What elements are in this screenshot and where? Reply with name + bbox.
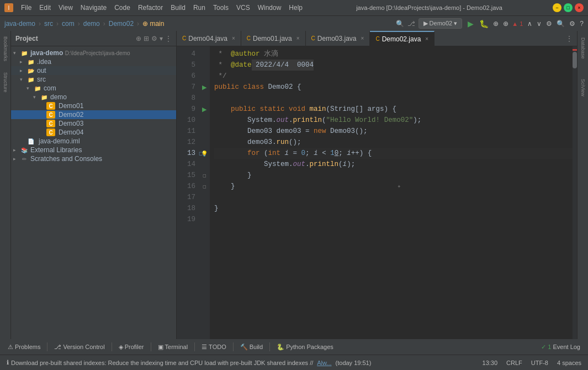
- scroll-thumb[interactable]: [573, 52, 577, 68]
- gutter-line-13[interactable]: ◻ 💡: [199, 148, 210, 159]
- close-button[interactable]: ×: [575, 3, 584, 12]
- status-indent[interactable]: 4 spaces: [555, 360, 584, 366]
- tab-more-button[interactable]: ⋮: [561, 35, 577, 42]
- nav-project[interactable]: java-demo: [4, 20, 35, 28]
- coverage-button[interactable]: ⊕: [493, 20, 499, 28]
- menu-window[interactable]: Window: [255, 3, 285, 13]
- menu-tools[interactable]: Tools: [210, 3, 232, 13]
- status-encoding[interactable]: UTF-8: [529, 360, 550, 366]
- right-tab-database[interactable]: Database: [579, 33, 587, 63]
- profiler-button[interactable]: ⊕: [503, 20, 508, 28]
- tree-root[interactable]: ▾ 📁 java-demo D:\IdeaProjects\java-demo: [11, 49, 176, 57]
- run-arrow-icon[interactable]: ▶: [202, 106, 206, 113]
- toolbar-version-control[interactable]: ⎇ Version Control: [51, 342, 108, 352]
- status-notification[interactable]: ℹ Download pre-built shared indexes: Red…: [4, 359, 373, 366]
- tree-ext-libs[interactable]: ▸ 📚 External Libraries: [11, 146, 176, 154]
- status-line-ending[interactable]: CRLF: [504, 360, 525, 366]
- todo-icon: ☰: [202, 344, 207, 351]
- tab-demo02[interactable]: C Demo02.java ×: [370, 31, 435, 46]
- warning-badge[interactable]: ▲ 1: [512, 20, 523, 27]
- code-content[interactable]: * @author 水滴 * @date 2022/4/4 0004 */ pu…: [210, 46, 577, 339]
- menu-edit[interactable]: Edit: [36, 3, 54, 13]
- code-line-11: Demo03 demo03 = new Demo03();: [214, 126, 573, 137]
- tree-out[interactable]: ▸ 📂 out: [11, 66, 176, 75]
- toolbar-problems[interactable]: ⚠ Problems: [4, 342, 44, 352]
- menu-view[interactable]: View: [55, 3, 76, 13]
- toolbar-todo[interactable]: ☰ TODO: [198, 342, 230, 352]
- menu-run[interactable]: Run: [190, 3, 209, 13]
- nav-src[interactable]: src: [44, 20, 53, 28]
- toolbar-terminal[interactable]: ▣ Terminal: [155, 342, 192, 352]
- tab-close-button[interactable]: ×: [296, 35, 300, 41]
- toolbar-build[interactable]: 🔨 Build: [237, 342, 266, 352]
- menu-vcs[interactable]: VCS: [233, 3, 253, 13]
- down-arrow-icon[interactable]: ∨: [537, 20, 542, 28]
- gutter-line-9[interactable]: ▶: [199, 104, 210, 115]
- run-arrow-icon[interactable]: ▶: [202, 84, 206, 91]
- nav-method[interactable]: ⊕ main: [142, 20, 164, 28]
- gutter-line-15[interactable]: ◻: [199, 170, 210, 181]
- tree-demo[interactable]: ▾ 📁 demo: [11, 93, 176, 101]
- nav-demo[interactable]: demo: [83, 20, 100, 28]
- panel-collapse-icon[interactable]: ▾: [160, 35, 163, 42]
- gear-icon[interactable]: ⚙: [569, 20, 575, 28]
- indent-text: 4 spaces: [557, 360, 581, 366]
- debug-button[interactable]: 🐛: [479, 19, 489, 28]
- gutter-line-16[interactable]: ◻: [199, 181, 210, 192]
- fold-icon[interactable]: ◻: [203, 173, 206, 178]
- tab-demo01[interactable]: C Demo01.java ×: [241, 31, 306, 46]
- panel-gear-icon[interactable]: ⚙: [151, 35, 157, 42]
- help-icon[interactable]: ?: [580, 20, 584, 28]
- run-button[interactable]: ▶: [468, 19, 474, 28]
- panel-add-icon[interactable]: ⊕: [136, 35, 141, 42]
- right-tab-sciview[interactable]: SciView: [579, 74, 587, 101]
- code-editor[interactable]: 4 5 6 7 8 9 10 11 12 13 14 15 16 17 18 1…: [177, 46, 577, 339]
- search-everywhere-icon[interactable]: 🔍: [396, 20, 404, 28]
- tab-close-button[interactable]: ×: [361, 35, 364, 41]
- toolbar-python-packages[interactable]: 🐍 Python Packages: [273, 342, 337, 352]
- nav-com[interactable]: com: [62, 20, 75, 28]
- minimize-button[interactable]: −: [553, 3, 561, 12]
- menu-refactor[interactable]: Refactor: [135, 3, 166, 13]
- status-position[interactable]: 13:30: [480, 360, 500, 366]
- java-file-icon: C: [46, 102, 55, 110]
- tree-src[interactable]: ▾ 📁 src: [11, 75, 176, 84]
- sidebar-icon-structure[interactable]: Structure: [2, 69, 9, 96]
- tree-demo04[interactable]: ▸ C Demo04: [11, 128, 176, 137]
- scroll-indicator[interactable]: [573, 46, 577, 339]
- menu-build[interactable]: Build: [167, 3, 189, 13]
- search-icon[interactable]: 🔍: [557, 20, 565, 28]
- up-arrow-icon[interactable]: ∧: [527, 20, 532, 28]
- settings-icon[interactable]: ⚙: [546, 20, 552, 28]
- toolbar-profiler[interactable]: ◈ Profiler: [115, 342, 147, 352]
- toolbar-event-log[interactable]: ✓ 1 Event Log: [538, 342, 584, 352]
- tab-bar: C Demo04.java × C Demo01.java × C Demo03…: [177, 31, 577, 46]
- tab-demo04[interactable]: C Demo04.java ×: [177, 31, 241, 46]
- tree-demo03[interactable]: ▸ C Demo03: [11, 119, 176, 128]
- fold-icon[interactable]: ◻: [203, 184, 206, 189]
- tree-demo01[interactable]: ▸ C Demo01: [11, 101, 176, 110]
- menu-navigate[interactable]: Navigate: [77, 3, 110, 13]
- tree-iml[interactable]: ▸ 📄 java-demo.iml: [11, 137, 176, 146]
- tree-idea[interactable]: ▸ 📁 .idea: [11, 57, 176, 66]
- panel-tree-icon[interactable]: ⊞: [144, 35, 149, 42]
- menu-file[interactable]: File: [18, 3, 35, 13]
- tree-com[interactable]: ▾ 📁 com: [11, 84, 176, 93]
- tab-close-button[interactable]: ×: [232, 35, 235, 41]
- menu-code[interactable]: Code: [111, 3, 134, 13]
- line-numbers: 4 5 6 7 8 9 10 11 12 13 14 15 16 17 18 1…: [177, 46, 199, 339]
- tab-demo03[interactable]: C Demo03.java ×: [306, 31, 370, 46]
- maximize-button[interactable]: □: [564, 3, 573, 12]
- tree-demo02[interactable]: ▸ C Demo02: [11, 110, 176, 119]
- panel-settings-icon[interactable]: ⋮: [165, 35, 172, 42]
- notification-link[interactable]: Alw...: [317, 360, 331, 366]
- nav-class[interactable]: Demo02: [109, 20, 134, 28]
- git-icon[interactable]: ⎇: [407, 20, 415, 28]
- sidebar-icon-bookmarks[interactable]: Bookmarks: [2, 33, 9, 65]
- run-config-selector[interactable]: ▶ Demo02 ▾: [419, 18, 463, 29]
- tab-close-button[interactable]: ×: [425, 36, 428, 42]
- menu-help[interactable]: Help: [285, 3, 306, 13]
- tree-item-label: .idea: [37, 58, 51, 66]
- tree-scratches[interactable]: ▸ ✏ Scratches and Consoles: [11, 154, 176, 163]
- gutter-line-7[interactable]: ▶: [199, 82, 210, 93]
